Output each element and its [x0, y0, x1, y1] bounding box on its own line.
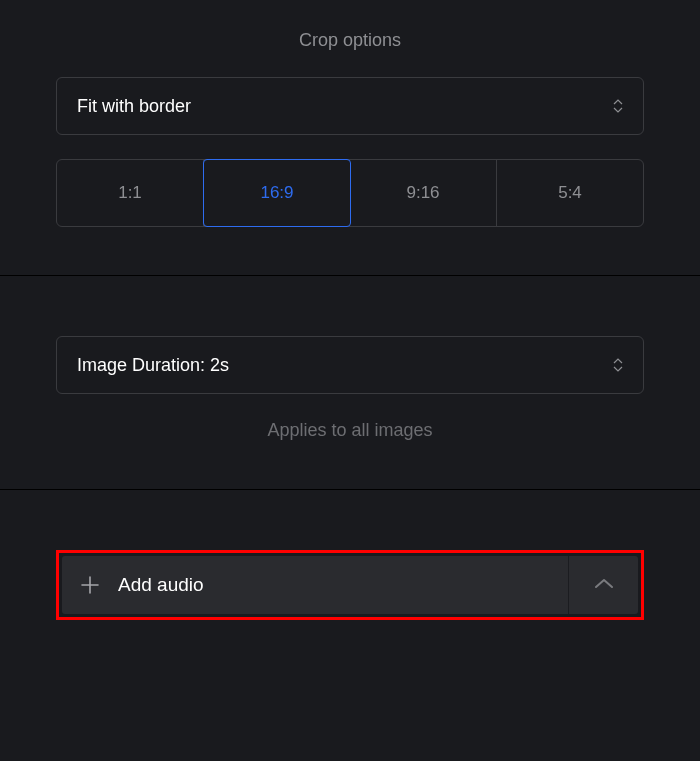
chevron-up-icon: [594, 576, 614, 594]
plus-icon: [80, 575, 100, 595]
fit-mode-value: Fit with border: [77, 96, 191, 117]
crop-options-title: Crop options: [56, 30, 644, 51]
aspect-ratio-group: 1:1 16:9 9:16 5:4: [56, 159, 644, 227]
image-duration-select[interactable]: Image Duration: 2s: [56, 336, 644, 394]
duration-hint: Applies to all images: [56, 420, 644, 441]
add-audio-highlight: Add audio: [56, 550, 644, 620]
aspect-ratio-5-4[interactable]: 5:4: [497, 160, 643, 226]
select-chevrons-icon: [613, 358, 623, 372]
add-audio-bar: Add audio: [62, 556, 638, 614]
add-audio-label: Add audio: [118, 574, 204, 596]
aspect-ratio-1-1[interactable]: 1:1: [57, 160, 204, 226]
select-chevrons-icon: [613, 99, 623, 113]
audio-expand-toggle[interactable]: [568, 556, 638, 614]
aspect-ratio-9-16[interactable]: 9:16: [350, 160, 497, 226]
aspect-ratio-16-9[interactable]: 16:9: [203, 159, 351, 227]
add-audio-button[interactable]: Add audio: [62, 574, 568, 596]
fit-mode-select[interactable]: Fit with border: [56, 77, 644, 135]
image-duration-value: Image Duration: 2s: [77, 355, 229, 376]
